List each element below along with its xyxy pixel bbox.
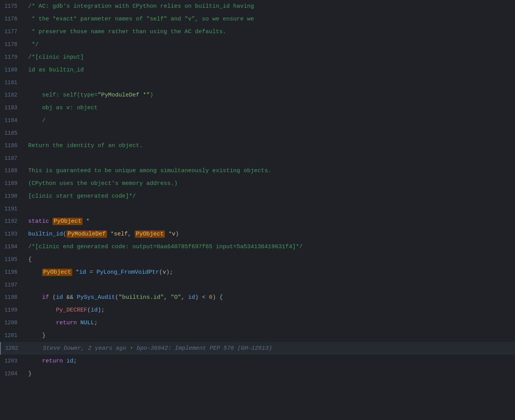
code-line-1178: 1178 */ bbox=[0, 38, 515, 51]
line-content: { bbox=[25, 254, 515, 266]
line-number: 1202 bbox=[1, 342, 26, 354]
line-number: 1183 bbox=[0, 102, 25, 114]
code-line-1185: 1185 bbox=[0, 127, 515, 139]
line-content: if (id && PySys_Audit("builtins.id", "O"… bbox=[25, 291, 515, 304]
line-content: } bbox=[25, 368, 515, 380]
code-line-1194: 1194 /*[clinic end generated code: outpu… bbox=[0, 240, 515, 253]
line-content: [clinic start generated code]*/ bbox=[25, 190, 515, 203]
code-line-1195: 1195 { bbox=[0, 253, 515, 266]
code-line-1183: 1183 obj as v: object bbox=[0, 102, 515, 114]
line-number: 1190 bbox=[0, 190, 25, 202]
line-number: 1179 bbox=[0, 51, 25, 63]
code-line-1181: 1181 bbox=[0, 76, 515, 89]
code-line-1196: 1196 PyObject *id = PyLong_FromVoidPtr(v… bbox=[0, 266, 515, 279]
code-line-1176: 1176 * the *exact* parameter names of "s… bbox=[0, 13, 515, 25]
line-content: id as builtin_id bbox=[25, 64, 515, 76]
line-number: 1185 bbox=[0, 127, 25, 139]
line-content: * the *exact* parameter names of "self" … bbox=[25, 13, 515, 25]
code-line-1189: 1189 (CPython uses the object's memory a… bbox=[0, 177, 515, 190]
code-line-1201: 1201 } bbox=[0, 329, 515, 342]
line-number: 1204 bbox=[0, 368, 25, 380]
code-line-1188: 1188 This is guaranteed to be unique amo… bbox=[0, 164, 515, 177]
line-number: 1188 bbox=[0, 164, 25, 177]
code-line-1184: 1184 / bbox=[0, 114, 515, 127]
code-line-1179: 1179 /*[clinic input] bbox=[0, 51, 515, 64]
line-number: 1186 bbox=[0, 139, 25, 152]
code-line-1177: 1177 * preserve those name rather than u… bbox=[0, 25, 515, 38]
code-line-1203: 1203 return id; bbox=[0, 355, 515, 368]
line-content: */ bbox=[25, 39, 515, 51]
code-line-1198: 1198 if (id && PySys_Audit("builtins.id"… bbox=[0, 291, 515, 304]
code-line-1175: 1175 /* AC: gdb's integration with CPyth… bbox=[0, 0, 515, 13]
line-number: 1200 bbox=[0, 317, 25, 329]
line-content: Return the identity of an object. bbox=[25, 140, 515, 152]
line-number: 1191 bbox=[0, 203, 25, 215]
line-number: 1192 bbox=[0, 215, 25, 227]
line-content: /*[clinic input] bbox=[25, 51, 515, 64]
line-content: PyObject *id = PyLong_FromVoidPtr(v); bbox=[25, 266, 515, 279]
line-number: 1196 bbox=[0, 266, 25, 278]
line-number: 1201 bbox=[0, 329, 25, 342]
line-number: 1180 bbox=[0, 64, 25, 76]
line-content: return NULL; bbox=[25, 317, 515, 329]
code-line-1180: 1180 id as builtin_id bbox=[0, 64, 515, 76]
code-line-1197: 1197 bbox=[0, 279, 515, 291]
line-content: (CPython uses the object's memory addres… bbox=[25, 178, 515, 190]
code-line-1199: 1199 Py_DECREF(id); bbox=[0, 304, 515, 317]
line-content: /*[clinic end generated code: output=0aa… bbox=[25, 241, 515, 253]
line-number: 1175 bbox=[0, 0, 25, 12]
line-number: 1199 bbox=[0, 304, 25, 316]
code-line-1182: 1182 self: self(type="PyModuleDef *") bbox=[0, 89, 515, 102]
line-content: obj as v: object bbox=[25, 102, 515, 114]
line-number: 1176 bbox=[0, 13, 25, 25]
line-number: 1195 bbox=[0, 253, 25, 266]
line-content: } bbox=[25, 330, 515, 342]
line-number: 1182 bbox=[0, 89, 25, 101]
line-number: 1193 bbox=[0, 228, 25, 240]
line-content: builtin_id(PyModuleDef *self, PyObject *… bbox=[25, 228, 515, 240]
code-line-1200: 1200 return NULL; bbox=[0, 317, 515, 329]
code-line-1204: 1204 } bbox=[0, 368, 515, 380]
line-number: 1177 bbox=[0, 25, 25, 38]
code-editor: 1175 /* AC: gdb's integration with CPyth… bbox=[0, 0, 515, 420]
line-content: static PyObject * bbox=[25, 215, 515, 228]
code-line-1186: 1186 Return the identity of an object. bbox=[0, 139, 515, 152]
code-line-1190: 1190 [clinic start generated code]*/ bbox=[0, 190, 515, 203]
line-content: Py_DECREF(id); bbox=[25, 304, 515, 317]
line-content: /* AC: gdb's integration with CPython re… bbox=[25, 0, 515, 13]
line-number: 1181 bbox=[0, 76, 25, 89]
line-content: return id; bbox=[25, 355, 515, 368]
code-line-1193: 1193 builtin_id(PyModuleDef *self, PyObj… bbox=[0, 228, 515, 240]
line-number: 1203 bbox=[0, 355, 25, 367]
line-number: 1189 bbox=[0, 177, 25, 190]
line-content: / bbox=[25, 115, 515, 127]
line-number: 1178 bbox=[0, 38, 25, 51]
line-content: self: self(type="PyModuleDef *") bbox=[25, 89, 515, 102]
line-number: 1198 bbox=[0, 291, 25, 303]
line-number: 1197 bbox=[0, 279, 25, 291]
code-line-1202: 1202 Steve Dower, 2 years ago • bpo-3684… bbox=[0, 342, 515, 355]
line-content: * preserve those name rather than using … bbox=[25, 26, 515, 38]
code-line-1192: 1192 static PyObject * bbox=[0, 215, 515, 228]
code-line-1187: 1187 bbox=[0, 152, 515, 164]
line-number: 1194 bbox=[0, 240, 25, 253]
line-content: Steve Dower, 2 years ago • bpo-36842: Im… bbox=[26, 342, 515, 355]
line-number: 1187 bbox=[0, 152, 25, 164]
code-line-1191: 1191 bbox=[0, 203, 515, 215]
line-number: 1184 bbox=[0, 114, 25, 127]
line-content: This is guaranteed to be unique among si… bbox=[25, 165, 515, 177]
